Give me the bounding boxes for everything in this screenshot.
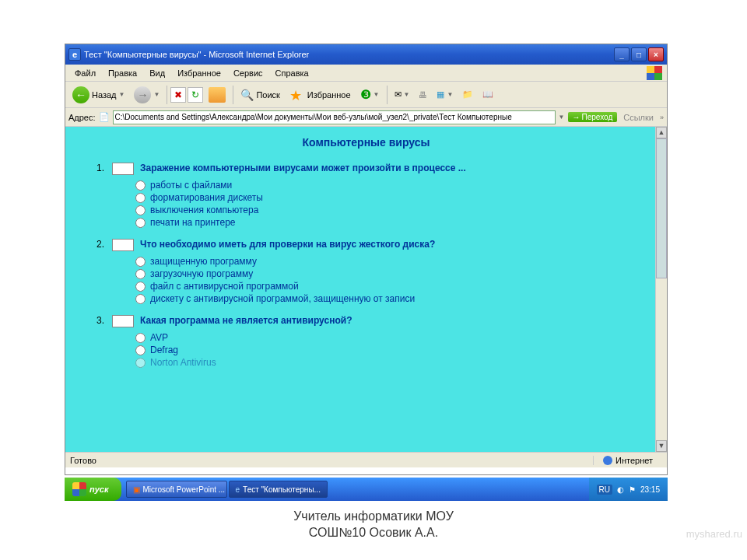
page-icon: 📄	[99, 112, 110, 122]
star-icon: ★	[289, 87, 305, 103]
question-number: 2.	[96, 239, 112, 250]
chevron-down-icon: ▼	[119, 91, 125, 98]
radio-input[interactable]	[135, 269, 146, 279]
taskbar-item-powerpoint[interactable]: ▣Microsoft PowerPoint ...	[126, 481, 227, 498]
history-button[interactable]: ❸▼	[356, 86, 384, 103]
question-text: Какая программа не является антивирусной…	[140, 315, 352, 326]
folder-button[interactable]: 📁	[458, 88, 477, 101]
edit-button[interactable]: ▦▼	[433, 88, 457, 101]
print-icon: 🖶	[419, 90, 427, 100]
chevron-down-icon: ▼	[153, 91, 160, 98]
option-label: форматирования дискеты	[150, 192, 263, 203]
scroll-thumb[interactable]	[656, 138, 667, 278]
scrollbar[interactable]: ▲ ▼	[655, 127, 667, 452]
print-button[interactable]: 🖶	[415, 89, 431, 101]
start-label: пуск	[89, 485, 109, 494]
radio-input[interactable]	[135, 333, 146, 343]
search-label: Поиск	[256, 90, 279, 100]
windows-logo-icon	[72, 482, 86, 496]
option-label: печати на принтере	[150, 217, 236, 228]
forward-button[interactable]: → ▼	[130, 85, 163, 105]
scroll-down-button[interactable]: ▼	[656, 440, 667, 452]
answer-box[interactable]	[112, 315, 134, 327]
go-button[interactable]: → Переход	[568, 112, 618, 122]
option[interactable]: работы с файлами	[135, 180, 667, 191]
favorites-label: Избранное	[307, 90, 351, 100]
option[interactable]: выключения компьютера	[135, 205, 667, 215]
chevron-down-icon[interactable]: ▼	[559, 114, 565, 121]
language-indicator[interactable]: RU	[597, 485, 612, 495]
menu-file[interactable]: Файл	[70, 67, 100, 79]
menu-favorites[interactable]: Избранное	[173, 67, 226, 79]
system-tray: RU ◐ ⚑ 23:15	[589, 478, 668, 501]
footer-line-2: СОШ№10 Осовик А.А.	[0, 526, 747, 540]
question-text: Что необходимо иметь для проверки на вир…	[140, 239, 435, 250]
option[interactable]: Norton Antivirus	[135, 357, 667, 368]
search-button[interactable]: 🔍 Поиск	[237, 87, 283, 103]
radio-input[interactable]	[135, 193, 146, 203]
radio-input[interactable]	[135, 218, 146, 228]
option-label: выключения компьютера	[150, 205, 258, 215]
taskbar-item-ie[interactable]: eТест "Компьютерны...	[229, 481, 328, 498]
menu-edit[interactable]: Правка	[103, 67, 142, 79]
links-label[interactable]: Ссылки	[620, 113, 657, 122]
radio-input[interactable]	[135, 180, 146, 191]
mail-button[interactable]: ✉▼	[391, 88, 414, 101]
forward-icon: →	[134, 86, 151, 103]
tray-icon[interactable]: ◐	[617, 485, 624, 494]
status-zone: Интернет	[593, 456, 662, 465]
radio-input[interactable]	[135, 282, 146, 292]
option[interactable]: дискету с антивирусной программой, защищ…	[135, 293, 667, 304]
ie-icon: e	[236, 485, 240, 494]
toolbar: ← Назад ▼ → ▼ ✖ ↻ 🔍 Поиск ★ Избранное ❸▼…	[65, 82, 667, 108]
watermark: myshared.ru	[686, 528, 742, 540]
address-input[interactable]	[113, 110, 556, 124]
option[interactable]: защищенную программу	[135, 256, 667, 267]
back-button[interactable]: ← Назад ▼	[68, 85, 128, 105]
option[interactable]: файл с антивирусной программой	[135, 281, 667, 292]
tray-icon[interactable]: ⚑	[629, 485, 636, 494]
menu-tools[interactable]: Сервис	[229, 67, 268, 79]
edit-icon: ▦	[437, 89, 444, 100]
statusbar: Готово Интернет	[65, 452, 667, 467]
footer-line-1: Учитель информатики МОУ	[0, 509, 747, 523]
option[interactable]: загрузочную программу	[135, 268, 667, 279]
favorites-button[interactable]: ★ Избранное	[286, 86, 355, 104]
research-button[interactable]: 📖	[479, 88, 497, 101]
radio-input[interactable]	[135, 205, 146, 215]
clock[interactable]: 23:15	[640, 485, 660, 494]
folder-icon: 📁	[462, 89, 473, 100]
stop-button[interactable]: ✖	[170, 87, 186, 103]
question-1-options: работы с файлами форматирования дискеты …	[135, 180, 667, 228]
start-button[interactable]: пуск	[65, 478, 121, 501]
address-bar: Адрес: 📄 ▼ → Переход Ссылки »	[65, 108, 667, 127]
back-icon: ←	[72, 86, 89, 103]
links-expand[interactable]: »	[660, 114, 664, 121]
menu-view[interactable]: Вид	[145, 67, 170, 79]
refresh-button[interactable]: ↻	[188, 87, 203, 103]
menu-help[interactable]: Справка	[271, 67, 314, 79]
maximize-button[interactable]: □	[631, 47, 647, 61]
option[interactable]: AVP	[135, 332, 667, 343]
question-2: 2. Что необходимо иметь для проверки на …	[96, 239, 667, 251]
option-label: защищенную программу	[150, 256, 257, 267]
scroll-up-button[interactable]: ▲	[656, 127, 667, 138]
separator	[167, 86, 167, 104]
status-ready: Готово	[70, 456, 593, 465]
answer-box[interactable]	[112, 239, 134, 251]
radio-input[interactable]	[135, 294, 146, 304]
option-label: файл с антивирусной программой	[150, 281, 299, 292]
radio-input[interactable]	[135, 358, 146, 368]
powerpoint-icon: ▣	[133, 485, 140, 494]
research-icon: 📖	[482, 89, 493, 100]
answer-box[interactable]	[112, 163, 134, 175]
question-number: 1.	[96, 163, 112, 173]
option[interactable]: Defrag	[135, 345, 667, 355]
option[interactable]: печати на принтере	[135, 217, 667, 228]
home-button[interactable]	[205, 86, 230, 104]
close-button[interactable]: ×	[648, 47, 664, 61]
radio-input[interactable]	[135, 257, 146, 267]
minimize-button[interactable]: _	[614, 47, 630, 61]
option[interactable]: форматирования дискеты	[135, 192, 667, 203]
radio-input[interactable]	[135, 345, 146, 355]
